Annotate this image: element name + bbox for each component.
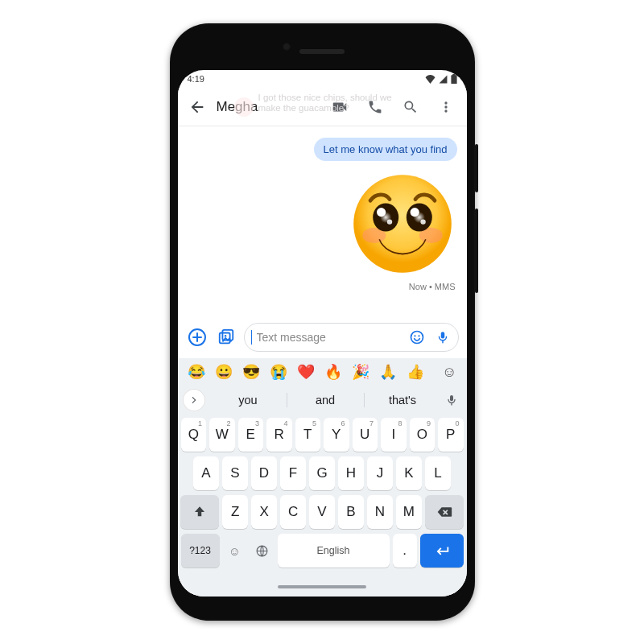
emoji-suggestion[interactable]: 😀 [215, 363, 233, 381]
key-k[interactable]: K [396, 456, 422, 490]
key-n[interactable]: N [367, 495, 393, 529]
message-composer [178, 318, 467, 358]
power-button [475, 144, 478, 192]
phone-icon [367, 99, 383, 115]
emoji-sticker[interactable] [351, 172, 454, 275]
svg-rect-19 [450, 395, 453, 401]
mic-icon [436, 330, 450, 345]
emoji-suggestion[interactable]: 🎉 [352, 363, 369, 381]
message-timestamp: Now • MMS [409, 282, 456, 291]
spacebar-key[interactable]: English [278, 534, 390, 568]
key-s[interactable]: S [222, 456, 248, 490]
outgoing-message[interactable]: Let me know what you find [314, 138, 457, 161]
gallery-button[interactable] [215, 326, 237, 349]
key-o[interactable]: O9 [410, 418, 436, 452]
phone-frame: 4:19 I got those nice chips, should we m… [170, 23, 475, 621]
svg-point-15 [411, 332, 423, 344]
voice-message-button[interactable] [432, 330, 453, 345]
key-v[interactable]: V [309, 495, 335, 529]
key-d[interactable]: D [251, 456, 277, 490]
cell-signal-icon [439, 75, 448, 84]
key-q[interactable]: Q1 [181, 418, 207, 452]
emoji-suggestion-strip: 😂 😀 😎 😭 ❤️ 🔥 🎉 🙏 👍 ☺ [178, 358, 467, 386]
key-x[interactable]: X [251, 495, 277, 529]
expand-toolbar-button[interactable] [183, 389, 205, 411]
wifi-icon [425, 75, 436, 84]
key-w[interactable]: W2 [209, 418, 235, 452]
message-input-pill[interactable] [244, 323, 459, 352]
overflow-menu-button[interactable] [430, 91, 462, 123]
key-t[interactable]: T5 [295, 418, 321, 452]
backspace-key[interactable] [425, 495, 464, 529]
voice-typing-button[interactable] [441, 394, 462, 407]
video-icon [331, 98, 349, 116]
search-icon [402, 99, 419, 115]
contact-name[interactable]: Megha [217, 99, 258, 115]
key-h[interactable]: H [338, 456, 364, 490]
word-suggestion[interactable]: and [287, 394, 364, 407]
plus-circle-icon [188, 328, 207, 347]
language-key[interactable] [250, 534, 275, 568]
back-button[interactable] [181, 91, 213, 123]
key-b[interactable]: B [338, 495, 364, 529]
emoji-suggestion[interactable]: 😂 [188, 363, 205, 381]
gallery-icon [217, 328, 235, 346]
svg-point-16 [414, 335, 415, 336]
period-key[interactable]: . [393, 534, 417, 568]
key-a[interactable]: A [193, 456, 219, 490]
emoji-suggestion[interactable]: 🙏 [379, 363, 397, 381]
emoji-picker-button[interactable] [407, 329, 427, 345]
key-f[interactable]: F [280, 456, 306, 490]
key-l[interactable]: L [425, 456, 451, 490]
add-attachment-button[interactable] [186, 326, 208, 349]
arrow-left-icon [188, 98, 206, 116]
emoji-suggestion[interactable]: 😭 [270, 363, 287, 381]
voice-call-button[interactable] [359, 91, 391, 123]
key-m[interactable]: M [396, 495, 422, 529]
key-c[interactable]: C [280, 495, 306, 529]
text-cursor [251, 330, 252, 345]
backspace-icon [436, 504, 452, 520]
mic-icon [445, 394, 458, 407]
earpiece [299, 49, 345, 54]
key-e[interactable]: E3 [238, 418, 264, 452]
key-j[interactable]: J [367, 456, 393, 490]
svg-point-0 [353, 175, 452, 273]
key-i[interactable]: I8 [381, 418, 407, 452]
key-z[interactable]: Z [222, 495, 248, 529]
word-suggestion-row: you and that's [178, 386, 467, 415]
emoji-suggestion[interactable]: 😎 [242, 363, 260, 381]
key-y[interactable]: Y6 [324, 418, 349, 452]
keyboard: 😂 😀 😎 😭 ❤️ 🔥 🎉 🙏 👍 ☺ you and that' [178, 358, 467, 597]
more-vert-icon [438, 99, 454, 115]
shift-key[interactable] [180, 495, 219, 529]
key-p[interactable]: P0 [438, 418, 464, 452]
enter-key[interactable] [420, 534, 464, 568]
emoji-suggestion[interactable]: 🔥 [324, 363, 342, 381]
message-input[interactable] [257, 331, 402, 344]
pleading-smile-emoji-icon [351, 172, 454, 275]
word-suggestion[interactable]: that's [365, 394, 441, 407]
search-button[interactable] [394, 91, 427, 123]
emoji-more-button[interactable]: ☺ [442, 364, 456, 381]
emoji-suggestion[interactable]: ❤️ [297, 363, 315, 381]
android-nav-bar[interactable] [178, 577, 467, 597]
chevron-right-icon [190, 396, 198, 404]
key-r[interactable]: R4 [266, 418, 292, 452]
app-bar: I got those nice chips, should we make t… [178, 88, 467, 126]
word-suggestion[interactable]: you [210, 394, 287, 407]
emoji-key[interactable]: ☺ [223, 534, 247, 568]
emoji-suggestion[interactable]: 👍 [407, 363, 424, 381]
svg-point-10 [405, 203, 433, 231]
key-u[interactable]: U7 [353, 418, 378, 452]
status-bar: 4:19 [178, 70, 467, 88]
front-camera [283, 43, 291, 51]
symbols-key[interactable]: ?123 [181, 534, 220, 568]
svg-point-17 [418, 335, 419, 336]
nav-pill[interactable] [278, 585, 366, 588]
key-grid: Q1W2E3R4T5Y6U7I8O9P0 ASDFGHJKL ZXCVBNM ?… [178, 415, 467, 577]
smiley-icon [409, 329, 425, 345]
video-call-button[interactable] [324, 91, 356, 123]
conversation-pane[interactable]: Let me know what you find [178, 126, 467, 318]
key-g[interactable]: G [309, 456, 335, 490]
